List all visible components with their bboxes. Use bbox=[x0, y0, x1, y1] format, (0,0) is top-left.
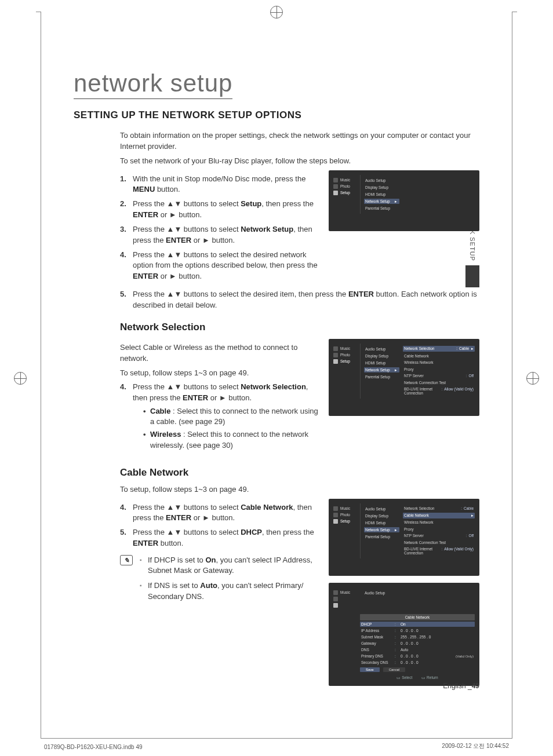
device-screenshot: Music Audio Setup Cable Network DHCP:On … bbox=[329, 583, 479, 686]
crop-mark-icon bbox=[36, 12, 41, 12]
menu-item-network-setup: Network Setup bbox=[364, 367, 399, 372]
field-dhcp: DHCP:On bbox=[360, 622, 475, 627]
device-screenshot: Music Photo Setup Audio Setup Display Se… bbox=[329, 339, 479, 416]
photo-icon bbox=[333, 597, 338, 601]
music-icon bbox=[333, 346, 338, 351]
device-screenshot: Music Photo Setup Audio Setup Display Se… bbox=[329, 499, 479, 576]
subsection-heading: Network Selection bbox=[120, 322, 479, 333]
step-number: 5. bbox=[120, 289, 133, 311]
note-icon: ✎ bbox=[120, 555, 133, 565]
page-footer: English _49 bbox=[443, 682, 479, 690]
step-text: Press the ▲▼ buttons to select the desir… bbox=[133, 250, 318, 283]
intro-text: To obtain information on the proper sett… bbox=[120, 130, 479, 152]
popup-title: Cable Network bbox=[360, 614, 475, 620]
body: To obtain information on the proper sett… bbox=[120, 130, 479, 686]
crop-mark-icon bbox=[512, 12, 517, 12]
music-icon bbox=[333, 506, 338, 511]
step-number: 3. bbox=[120, 224, 133, 246]
paragraph: To setup, follow steps 1~3 on page 49. bbox=[120, 484, 479, 495]
option-cable-network: Cable Network▸ bbox=[403, 513, 475, 518]
step-number: 4. bbox=[120, 250, 133, 283]
bullet-list: Cable : Select this to connect to the ne… bbox=[143, 406, 318, 451]
footer-timestamp: 2009-02-12 오전 10:44:52 bbox=[442, 742, 509, 750]
step-text: Press the ▲▼ buttons to select Network S… bbox=[133, 382, 318, 452]
step-text: With the unit in Stop mode/No Disc mode,… bbox=[133, 174, 318, 196]
toolbar-select: Select bbox=[396, 675, 412, 680]
registration-mark-icon bbox=[526, 372, 539, 385]
paragraph: To setup, follow steps 1~3 on page 49. bbox=[120, 368, 318, 379]
footer-rule bbox=[41, 738, 512, 739]
music-icon bbox=[333, 590, 338, 595]
step-number: 4. bbox=[120, 382, 133, 452]
step-list: 1. With the unit in Stop mode/No Disc mo… bbox=[120, 174, 318, 283]
cancel-button: Cancel bbox=[383, 667, 406, 672]
list-item: Wireless : Select this to connect to the… bbox=[143, 429, 318, 450]
step-list: 4. Press the ▲▼ buttons to select Networ… bbox=[120, 382, 318, 452]
step-text: Press the ▲▼ buttons to select Setup, th… bbox=[133, 199, 318, 221]
photo-icon bbox=[333, 184, 338, 189]
gear-icon bbox=[333, 191, 338, 195]
list-item: Cable : Select this to connect to the ne… bbox=[143, 406, 318, 427]
note-item: If DNS is set to Auto, you can't select … bbox=[140, 580, 318, 601]
note-list: If DHCP is set to On, you can't select I… bbox=[140, 555, 318, 607]
cable-network-popup: Cable Network DHCP:On IP Address:0 . 0 .… bbox=[360, 614, 475, 680]
subsection-heading: Cable Network bbox=[120, 467, 479, 479]
step-number: 2. bbox=[120, 199, 133, 221]
gear-icon bbox=[333, 359, 338, 364]
paragraph: Select Cable or Wireless as the method t… bbox=[120, 342, 318, 364]
step-text: Press the ▲▼ buttons to select DHCP, the… bbox=[133, 527, 318, 549]
step-number: 4. bbox=[120, 502, 133, 524]
step-list: 4. Press the ▲▼ buttons to select Cable … bbox=[120, 502, 318, 549]
section-heading: SETTING UP THE NETWORK SETUP OPTIONS bbox=[74, 109, 479, 121]
save-button: Save bbox=[360, 667, 380, 672]
step-text: Press the ▲▼ buttons to select Cable Net… bbox=[133, 502, 318, 524]
step-number: 1. bbox=[120, 174, 133, 196]
menu-item-network-setup: Network Setup bbox=[364, 199, 399, 204]
gear-icon bbox=[333, 519, 338, 524]
step-list: 5. Press the ▲▼ buttons to select the de… bbox=[120, 289, 479, 311]
page: NETWORK SETUP network setup SETTING UP T… bbox=[41, 12, 512, 739]
step-number: 5. bbox=[120, 527, 133, 549]
page-number: 49 bbox=[472, 682, 479, 690]
page-title: network setup bbox=[74, 70, 232, 99]
photo-icon bbox=[333, 353, 338, 357]
note-item: If DHCP is set to On, you can't select I… bbox=[140, 555, 318, 576]
step-text: Press the ▲▼ buttons to select the desir… bbox=[133, 289, 479, 311]
gear-icon bbox=[333, 603, 338, 608]
photo-icon bbox=[333, 513, 338, 517]
option-network-selection: Network Selection:Cable▸ bbox=[403, 346, 475, 352]
side-note: (Valid Only) bbox=[456, 655, 474, 658]
music-icon bbox=[333, 178, 338, 182]
side-tab-marker bbox=[465, 265, 479, 287]
registration-mark-icon bbox=[14, 372, 27, 385]
toolbar-return: Return bbox=[421, 675, 438, 680]
step-text: Press the ▲▼ buttons to select Network S… bbox=[133, 224, 318, 246]
footer-filename: 01789Q-BD-P1620-XEU-ENG.indb 49 bbox=[44, 744, 143, 750]
intro-text: To set the network of your Blu-ray Disc … bbox=[120, 156, 479, 167]
device-screenshot: Music Photo Setup Audio Setup Display Se… bbox=[329, 170, 479, 231]
menu-item-network-setup: Network Setup bbox=[364, 527, 399, 532]
